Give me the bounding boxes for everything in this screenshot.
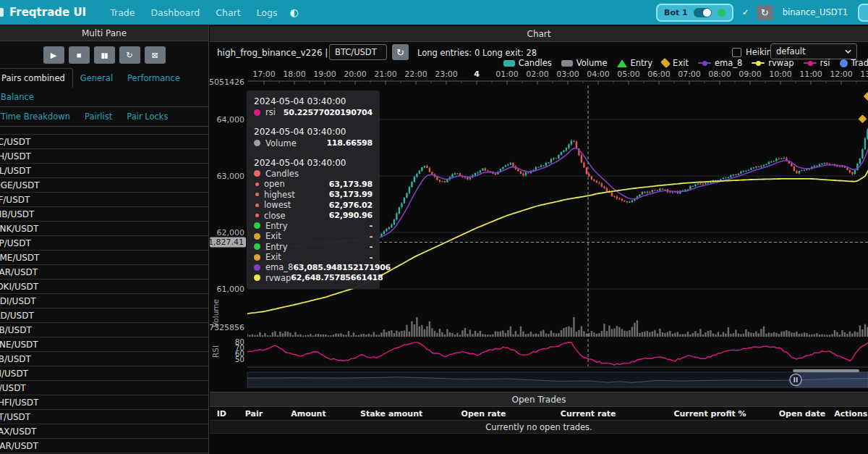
pair-select[interactable]: BTC/USDT bbox=[329, 44, 387, 60]
bot-online-indicator bbox=[718, 9, 726, 17]
nav-item-logs[interactable]: Logs bbox=[257, 7, 278, 18]
legend-item-candles[interactable]: Candles bbox=[503, 58, 552, 68]
series-dot-icon bbox=[254, 233, 260, 240]
bot-toggle[interactable] bbox=[694, 8, 712, 17]
pair-row[interactable]: AVAX/USDT bbox=[0, 424, 208, 439]
tooltip-label: Entry bbox=[265, 221, 288, 231]
multi-pane-sidebar: Multi Pane ▶■▮▮↻⊠ Pairs combinedGeneralP… bbox=[0, 25, 209, 454]
pair-row[interactable]: SUI/USDT bbox=[0, 366, 208, 381]
rsi-line bbox=[247, 341, 868, 366]
refresh-button[interactable]: ↻ bbox=[119, 46, 140, 64]
svg-text:05:00: 05:00 bbox=[617, 70, 640, 79]
tab-time-breakdown[interactable]: Time Breakdown bbox=[0, 107, 77, 126]
tab-pairlist[interactable]: Pairlist bbox=[77, 107, 119, 126]
column-header-open-rate[interactable]: Open rate bbox=[440, 409, 527, 419]
tab-pairs-combined[interactable]: Pairs combined bbox=[0, 68, 73, 88]
column-header-current-profit--[interactable]: Current profit % bbox=[650, 409, 770, 419]
pair-row[interactable]: ARB/USDT bbox=[0, 323, 208, 337]
pair-row[interactable]: NEAR/USDT bbox=[0, 265, 208, 279]
bot-status-box[interactable]: Bot 1 bbox=[656, 4, 733, 22]
navbar-menu: TradeDashboardChartLogs bbox=[102, 7, 285, 18]
time-axis: 17:0018:0019:0020:0021:0022:0023:00401:0… bbox=[247, 70, 868, 85]
pair-row[interactable]: BTC/USDT bbox=[0, 135, 208, 149]
pair-row[interactable]: OP/USDT bbox=[0, 381, 208, 395]
column-header-id[interactable]: ID bbox=[210, 409, 234, 419]
tab-balance[interactable]: Balance bbox=[0, 88, 41, 106]
tooltip-row-volume: Volume118.66598 bbox=[254, 138, 373, 148]
trades-swatch-icon bbox=[840, 59, 848, 67]
tooltip-datetime: 2024-05-04 03:40:00 bbox=[254, 96, 373, 107]
chart-reload-button[interactable]: ↻ bbox=[392, 44, 409, 60]
legend-item-volume[interactable]: Volume bbox=[561, 58, 608, 68]
series-dot-icon bbox=[254, 274, 260, 281]
nav-item-chart[interactable]: Chart bbox=[216, 7, 240, 18]
heikin-ashi-checkbox[interactable] bbox=[732, 48, 741, 57]
close-plots-button[interactable]: ⊠ bbox=[145, 46, 166, 64]
chart-legend: CandlesVolumeEntryExitema_8rvwaprsiTrade… bbox=[427, 57, 868, 69]
tooltip-label: Candles bbox=[265, 169, 299, 179]
legend-item-entry[interactable]: Entry bbox=[617, 58, 653, 68]
pair-row[interactable]: ETH/USDT bbox=[0, 149, 208, 164]
pair-row[interactable]: BONK/USDT bbox=[0, 222, 208, 236]
tooltip-label: highest bbox=[264, 190, 295, 200]
chart-panel-title: Chart bbox=[210, 26, 868, 42]
svg-text:03:00: 03:00 bbox=[556, 70, 579, 79]
pair-row[interactable]: DOGE/USDT bbox=[0, 178, 208, 193]
svg-text:4: 4 bbox=[474, 70, 480, 79]
svg-text:50: 50 bbox=[235, 355, 244, 363]
series-dot-icon bbox=[255, 203, 259, 207]
pair-row[interactable]: WIF/USDT bbox=[0, 193, 208, 207]
next-bot-box-fragment[interactable] bbox=[858, 4, 868, 22]
zoom-handle[interactable] bbox=[790, 374, 801, 386]
zoom-selected-window[interactable] bbox=[796, 372, 868, 387]
pair-row[interactable]: WLD/USDT bbox=[0, 308, 208, 323]
tooltip-value: 63,173.98 bbox=[329, 180, 373, 189]
pair-row[interactable]: HBAR/USDT bbox=[0, 439, 208, 453]
nav-item-dashboard[interactable]: Dashboard bbox=[150, 7, 200, 18]
play-button[interactable]: ▶ bbox=[43, 46, 64, 64]
pair-row[interactable]: ORDI/USDT bbox=[0, 294, 208, 308]
svg-text:64,000: 64,000 bbox=[217, 115, 245, 125]
pair-row[interactable]: TRB/USDT bbox=[0, 352, 208, 366]
stop-button[interactable]: ■ bbox=[69, 46, 90, 64]
legend-item-ema_8[interactable]: ema_8 bbox=[698, 58, 742, 68]
pause-button[interactable]: ▮▮ bbox=[94, 46, 115, 64]
column-header-actions[interactable]: Actions bbox=[834, 409, 868, 419]
theme-toggle-moon-icon[interactable]: ◐ bbox=[289, 7, 298, 18]
pair-row[interactable]: XRP/USDT bbox=[0, 236, 208, 251]
column-header-stake-amount[interactable]: Stake amount bbox=[343, 409, 441, 419]
legend-label: Trades bbox=[851, 58, 868, 68]
tab-pair-locks[interactable]: Pair Locks bbox=[119, 107, 175, 126]
pair-row[interactable]: SOL/USDT bbox=[0, 164, 208, 178]
svg-text:09:00: 09:00 bbox=[739, 70, 762, 79]
pair-row[interactable]: SHIB/USDT bbox=[0, 207, 208, 222]
pair-row[interactable]: RUNE/USDT bbox=[0, 337, 208, 352]
legend-item-exit[interactable]: Exit bbox=[662, 58, 689, 68]
tooltip-value: 50.22577020190704 bbox=[284, 108, 373, 117]
column-header-pair[interactable]: Pair bbox=[234, 409, 274, 419]
horizontal-scrollbar-thumb[interactable] bbox=[793, 369, 859, 372]
column-header-open-date[interactable]: Open date bbox=[770, 409, 833, 419]
legend-item-rsi[interactable]: rsi bbox=[804, 58, 830, 68]
column-header-current-rate[interactable]: Current rate bbox=[527, 409, 650, 419]
tooltip-row-exit: Exit- bbox=[254, 252, 373, 262]
tab-performance[interactable]: Performance bbox=[120, 69, 187, 88]
series-dot-icon bbox=[255, 193, 259, 196]
sidebar-tabs-row2: Time BreakdownPairlistPair Locks bbox=[0, 107, 208, 127]
pair-row[interactable]: VET/USDT bbox=[0, 410, 208, 424]
series-dot-icon bbox=[254, 140, 260, 146]
navbar-reload-button[interactable]: ↻ bbox=[757, 5, 773, 20]
svg-text:04:00: 04:00 bbox=[587, 70, 610, 79]
pair-row[interactable]: ETHFI/USDT bbox=[0, 395, 208, 410]
svg-text:515051426: 515051426 bbox=[210, 77, 244, 87]
legend-item-trades[interactable]: Trades bbox=[840, 58, 868, 68]
nav-item-trade[interactable]: Trade bbox=[110, 7, 135, 18]
legend-item-rvwap[interactable]: rvwap bbox=[752, 58, 793, 68]
svg-text:06:00: 06:00 bbox=[647, 70, 671, 79]
column-header-amount[interactable]: Amount bbox=[274, 409, 343, 419]
tab-general[interactable]: General bbox=[73, 69, 120, 88]
pair-row[interactable]: FLOKI/USDT bbox=[0, 279, 208, 294]
data-zoom-navigator[interactable] bbox=[247, 369, 868, 387]
pair-row[interactable]: BOME/USDT bbox=[0, 251, 208, 265]
volume-swatch-icon bbox=[561, 60, 573, 67]
